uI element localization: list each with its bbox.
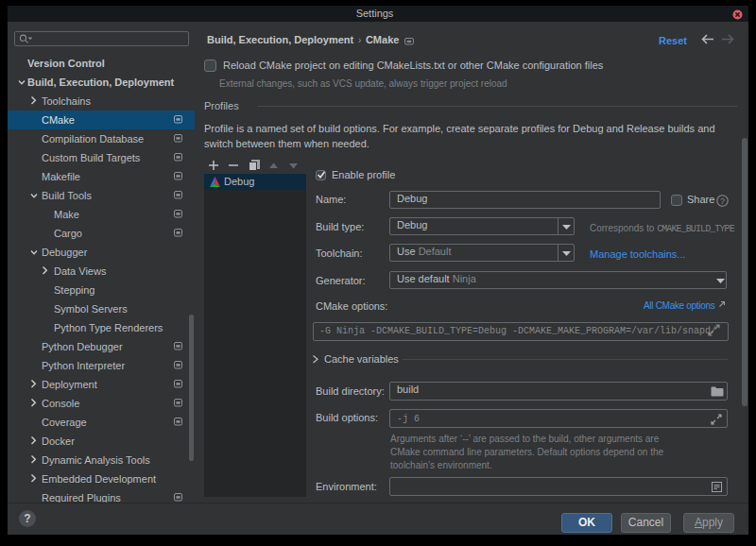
svg-text:?: ? [720,196,725,206]
